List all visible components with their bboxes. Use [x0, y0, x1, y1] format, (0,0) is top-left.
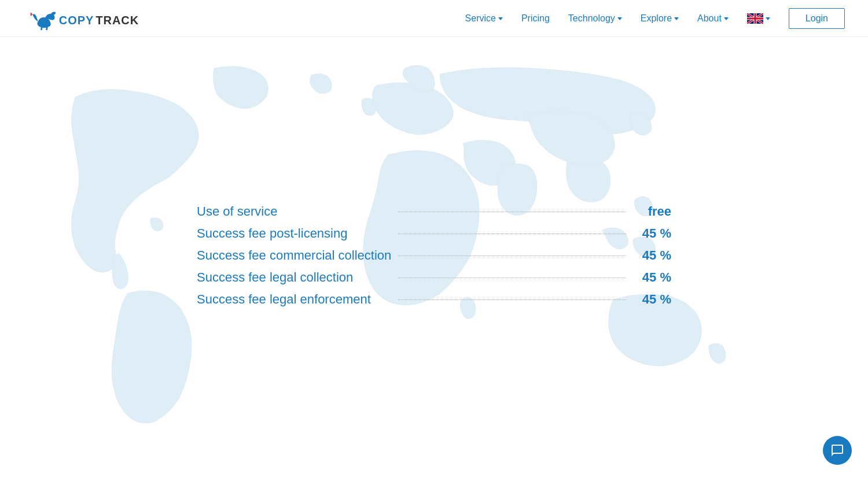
pricing-label: Success fee legal enforcement [197, 292, 393, 307]
pricing-row: Success fee legal enforcement45 % [197, 292, 671, 307]
pricing-row: Success fee commercial collection45 % [197, 248, 671, 263]
pricing-dots [398, 234, 626, 234]
chevron-down-icon [674, 17, 679, 20]
main-content: Use of servicefreeSuccess fee post-licen… [0, 37, 868, 481]
pricing-label: Use of service [197, 204, 393, 219]
pricing-value: 45 % [631, 248, 671, 263]
pricing-row: Use of servicefree [197, 204, 671, 219]
pricing-label: Success fee post-licensing [197, 226, 393, 241]
svg-text:COPY: COPY [59, 14, 94, 27]
pricing-dots [398, 256, 626, 256]
main-nav: COPY TRACK Service Pricing Technology Ex… [0, 0, 868, 37]
chevron-down-icon [766, 17, 770, 20]
pricing-value: 45 % [631, 270, 671, 285]
chat-button[interactable] [823, 436, 852, 465]
logo[interactable]: COPY TRACK [23, 7, 139, 30]
chevron-down-icon [498, 17, 503, 20]
nav-service[interactable]: Service [465, 13, 503, 24]
pricing-dots [398, 278, 626, 278]
nav-language[interactable] [747, 13, 770, 24]
pricing-value: 45 % [631, 226, 671, 241]
chevron-down-icon [724, 17, 729, 20]
pricing-dots [398, 212, 626, 212]
chevron-down-icon [617, 17, 622, 20]
nav-pricing[interactable]: Pricing [521, 13, 550, 24]
pricing-row: Success fee post-licensing45 % [197, 226, 671, 241]
pricing-dots [398, 299, 626, 300]
pricing-table: Use of servicefreeSuccess fee post-licen… [197, 193, 671, 325]
nav-explore[interactable]: Explore [641, 13, 679, 24]
pricing-value: free [631, 204, 671, 219]
login-button[interactable]: Login [789, 8, 845, 29]
svg-text:TRACK: TRACK [95, 14, 139, 27]
pricing-label: Success fee commercial collection [197, 248, 393, 263]
nav-about[interactable]: About [697, 13, 729, 24]
nav-links: Service Pricing Technology Explore About [465, 13, 770, 24]
nav-technology[interactable]: Technology [568, 13, 622, 24]
pricing-label: Success fee legal collection [197, 270, 393, 285]
pricing-value: 45 % [631, 292, 671, 307]
pricing-row: Success fee legal collection45 % [197, 270, 671, 285]
